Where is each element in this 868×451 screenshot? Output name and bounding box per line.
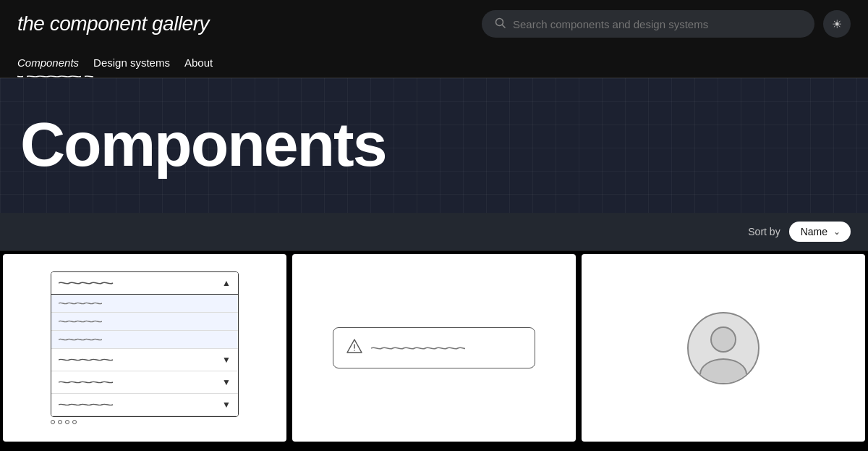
- wf-row-expand-1: ▼: [51, 349, 238, 371]
- wf-dot-3: [65, 420, 69, 424]
- wf-chevron-down-2: ▼: [222, 377, 231, 387]
- search-bar[interactable]: [482, 10, 814, 38]
- wireframe-avatar: [651, 312, 796, 384]
- header-right: ☀: [482, 10, 851, 38]
- wireframe-table: ▲: [51, 271, 239, 424]
- wf-avatar-head: [710, 326, 736, 353]
- page-title: Components: [20, 113, 848, 175]
- theme-toggle-button[interactable]: ☀: [823, 10, 851, 38]
- wf-table: ▲: [51, 271, 239, 417]
- cards-grid: ▲: [0, 251, 868, 444]
- wf-dot-1: [51, 420, 55, 424]
- sort-bar: Sort by Name ⌄: [0, 213, 868, 251]
- search-icon: [495, 17, 506, 30]
- wf-wavy-header: [59, 279, 116, 287]
- wf-table-header: ▲: [51, 272, 238, 295]
- wf-alert-wavy: [371, 345, 465, 352]
- card-avatar[interactable]: [582, 254, 865, 442]
- site-header: the component gallery ☀ Components Desig…: [0, 0, 868, 78]
- search-input[interactable]: [513, 18, 801, 30]
- wf-chevron-up: ▲: [222, 278, 231, 288]
- wf-dot-4: [72, 420, 77, 424]
- wf-row-3: [51, 331, 238, 349]
- nav-item-components[interactable]: Components: [17, 48, 93, 77]
- wf-row-expand-2: ▼: [51, 371, 238, 394]
- site-title: the component gallery: [17, 12, 209, 35]
- main-nav: Components Design systems About: [17, 48, 851, 77]
- wf-avatar-body: [699, 358, 747, 384]
- card-alert[interactable]: [292, 254, 576, 442]
- wf-alert-box: [333, 327, 535, 368]
- wf-chevron-down-1: ▼: [222, 355, 231, 365]
- svg-line-1: [503, 25, 506, 28]
- wf-avatar-circle: [687, 312, 760, 384]
- svg-point-3: [354, 350, 355, 351]
- sort-select[interactable]: Name ⌄: [789, 222, 851, 242]
- wf-row-2: [51, 313, 238, 331]
- wf-row-expand-3: ▼: [51, 394, 238, 416]
- wf-dot-2: [58, 420, 62, 424]
- hero-section: Components: [0, 78, 868, 213]
- nav-item-about[interactable]: About: [184, 48, 227, 77]
- wf-row-1: [51, 295, 238, 313]
- header-top: the component gallery ☀: [17, 0, 851, 48]
- card-table-list[interactable]: ▲: [3, 254, 286, 442]
- wireframe-alert: [333, 327, 535, 368]
- wf-pagination-dots: [51, 420, 239, 424]
- wf-chevron-down-3: ▼: [222, 400, 231, 410]
- warning-icon: [346, 338, 362, 358]
- nav-item-design-systems[interactable]: Design systems: [93, 48, 184, 77]
- sort-by-label: Sort by: [748, 226, 780, 237]
- chevron-down-icon: ⌄: [833, 227, 841, 237]
- sort-selected-value: Name: [801, 226, 827, 237]
